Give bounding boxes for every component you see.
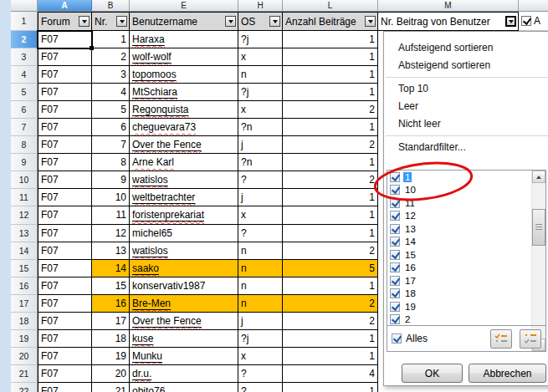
filter-list-item-14[interactable]: 14	[387, 236, 545, 249]
row-header-7[interactable]: 7	[11, 119, 38, 136]
username-link[interactable]: Bre-Men	[132, 298, 171, 309]
filter-list-item-15[interactable]: 15	[387, 248, 545, 262]
cell-anzahl-beitraege[interactable]: 1	[283, 383, 378, 392]
row-header-20[interactable]: 20	[11, 348, 38, 365]
cell-nr[interactable]: 8	[92, 154, 130, 171]
username-link[interactable]: dr.u.	[132, 368, 151, 379]
filter-item-checkbox[interactable]	[390, 172, 400, 182]
filter-button-nr-beitrag-von-benutzer[interactable]	[505, 16, 516, 27]
select-all-corner[interactable]	[11, 0, 38, 12]
cell-os[interactable]: x	[238, 48, 283, 66]
cell-forum[interactable]: F07	[38, 189, 92, 206]
cell-anzahl-beitraege[interactable]: 5	[283, 260, 378, 277]
column-header-A[interactable]: A	[38, 0, 92, 12]
cell-anzahl-beitraege[interactable]: 4	[283, 365, 378, 383]
cell-anzahl-beitraege[interactable]: 2	[283, 171, 378, 189]
cell-forum[interactable]: F07	[38, 260, 92, 277]
row-header-9[interactable]: 9	[11, 154, 38, 171]
cell-forum[interactable]: F07	[38, 348, 92, 365]
filter-item-checkbox[interactable]	[390, 262, 400, 272]
cell-forum[interactable]: F07	[38, 119, 92, 136]
cell-anzahl-beitraege[interactable]: 1	[283, 48, 378, 66]
row-header-18[interactable]: 18	[11, 313, 38, 330]
cell-os[interactable]: ?	[238, 365, 283, 383]
header-checkbox-checked-icon[interactable]	[521, 16, 531, 26]
cell-anzahl-beitraege[interactable]: 1	[283, 330, 378, 348]
cell-anzahl-beitraege[interactable]: 1	[283, 66, 378, 84]
cell-os[interactable]: ?j	[238, 31, 283, 48]
cell-nr[interactable]: 6	[92, 119, 130, 136]
cell-anzahl-beitraege[interactable]: 1	[283, 348, 378, 365]
ok-button[interactable]: OK	[402, 364, 463, 383]
username-link[interactable]: Regonquista	[132, 104, 188, 115]
menu-item-not-empty[interactable]: Nicht leer	[384, 115, 548, 133]
scroll-up-button[interactable]	[532, 171, 545, 183]
select-all-checkbox[interactable]	[392, 333, 402, 344]
cell-anzahl-beitraege[interactable]: 1	[283, 119, 378, 136]
filter-list-item-16[interactable]: 16	[387, 262, 545, 275]
cell-forum[interactable]: F07	[38, 242, 92, 260]
row-header-22[interactable]: 22	[11, 383, 38, 392]
username-link[interactable]: obito76	[132, 385, 165, 392]
row-header-13[interactable]: 13	[11, 225, 38, 242]
filter-item-checkbox[interactable]	[390, 276, 400, 286]
cell-anzahl-beitraege[interactable]: 1	[283, 277, 378, 295]
cell-anzahl-beitraege[interactable]: 2	[283, 313, 378, 330]
cell-forum[interactable]: F07	[38, 277, 92, 295]
filter-item-checkbox[interactable]	[390, 302, 400, 312]
cell-os[interactable]: j	[238, 136, 283, 154]
cell-benutzername[interactable]: weltbetrachter	[130, 189, 238, 206]
cell-forum[interactable]: F07	[38, 330, 92, 348]
filter-button-benutzername[interactable]	[225, 16, 236, 27]
column-header-E[interactable]: E	[130, 0, 238, 12]
cell-nr[interactable]: 12	[92, 225, 130, 242]
cell-nr[interactable]: 3	[92, 66, 130, 84]
menu-item-sort-ascending[interactable]: Aufsteigend sortieren	[384, 39, 548, 57]
cell-benutzername[interactable]: wolf-wolf	[130, 48, 238, 66]
filter-list-item-1[interactable]: 1	[387, 171, 545, 184]
username-link[interactable]: wolf-wolf	[132, 51, 172, 63]
menu-item-standard-filter[interactable]: Standardfilter...	[384, 139, 548, 156]
cell-os[interactable]: ?n	[238, 119, 283, 136]
cell-benutzername[interactable]: Bre-Men	[130, 295, 238, 313]
cell-benutzername[interactable]: saako	[130, 260, 238, 277]
cell-benutzername[interactable]: Arne Karl	[130, 154, 238, 171]
menu-item-top10[interactable]: Top 10	[384, 80, 548, 98]
row-header-1[interactable]: 1	[11, 12, 38, 31]
cell-os[interactable]: ?j	[238, 330, 283, 348]
cell-forum[interactable]: F07	[38, 365, 92, 383]
row-header-8[interactable]: 8	[11, 136, 38, 154]
cell-benutzername[interactable]: obito76	[130, 383, 238, 392]
row-header-12[interactable]: 12	[11, 206, 38, 224]
header-cell-anzahl-beitraege[interactable]: Anzahl Beiträge	[283, 12, 378, 31]
cell-benutzername[interactable]: Over the Fence	[130, 313, 238, 330]
cell-benutzername[interactable]: topomoos	[130, 66, 238, 84]
cell-anzahl-beitraege[interactable]: 2	[283, 101, 378, 119]
username-link[interactable]: Over the Fence	[132, 139, 202, 150]
cell-forum[interactable]: F07	[38, 225, 92, 242]
cell-benutzername[interactable]: foristenprekariat	[130, 206, 238, 224]
cell-nr[interactable]: 10	[92, 189, 130, 206]
header-cell-forum[interactable]: Forum	[38, 12, 92, 31]
row-header-4[interactable]: 4	[11, 66, 38, 84]
filter-list-item-12[interactable]: 12	[387, 210, 545, 223]
cell-benutzername[interactable]: Regonquista	[130, 101, 238, 119]
filter-button-os[interactable]	[269, 16, 280, 27]
cell-benutzername[interactable]: Haraxa	[130, 31, 238, 48]
cell-nr[interactable]: 16	[92, 295, 130, 313]
username-link[interactable]: Munku	[132, 350, 162, 362]
username-link[interactable]: watislos	[132, 174, 168, 186]
filter-list-scrollbar[interactable]	[531, 171, 545, 351]
filter-list-item-13[interactable]: 13	[387, 222, 545, 236]
row-header-17[interactable]: 17	[11, 295, 38, 313]
cell-forum[interactable]: F07	[38, 31, 92, 48]
cell-os[interactable]: n	[238, 66, 283, 84]
cell-os[interactable]: ?	[238, 383, 283, 392]
cell-nr[interactable]: 9	[92, 171, 130, 189]
cell-nr[interactable]: 5	[92, 101, 130, 119]
cell-forum[interactable]: F07	[38, 136, 92, 154]
cell-anzahl-beitraege[interactable]: 1	[283, 84, 378, 101]
filter-list-item-11[interactable]: 11	[387, 196, 545, 210]
cell-nr[interactable]: 4	[92, 84, 130, 101]
filter-list-item-17[interactable]: 17	[387, 274, 545, 288]
